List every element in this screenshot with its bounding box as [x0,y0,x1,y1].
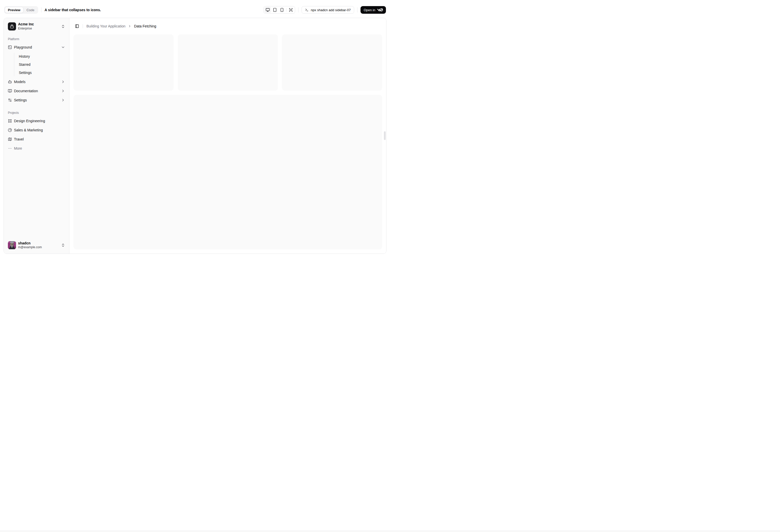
device-desktop-button[interactable] [264,7,271,13]
main-content: Building Your Application Data Fetching [69,18,386,254]
fullscreen-button[interactable] [288,7,294,13]
bot-icon [8,80,12,84]
user-name: shadcn [18,241,59,246]
sidebar-item-documentation[interactable]: Documentation [6,87,67,95]
sidebar-item-more[interactable]: More [6,144,67,152]
gallery-vertical-end-icon [10,24,14,29]
group-label: Platform [6,35,67,43]
group-label: Projects [6,109,67,117]
device-mobile-button[interactable] [279,7,285,13]
chevron-down-icon [61,45,65,49]
toolbar-separator [357,7,357,12]
sidebar-footer: shadcn m@example.com [6,239,67,252]
v0-logo-icon [377,8,383,11]
user-menu[interactable]: shadcn m@example.com [6,239,67,252]
avatar [8,241,16,249]
tablet-icon [273,8,277,12]
sidebar-toggle-button[interactable] [74,22,81,30]
command-text: npx shadcn add sidebar-07 [311,8,351,12]
placeholder-card [282,34,382,91]
team-switcher[interactable]: Acme Inc Enterprise [6,20,67,33]
breadcrumb: Building Your Application Data Fetching [87,24,156,28]
sidebar-item-models[interactable]: Models [6,78,67,86]
sidebar-item-design-engineering[interactable]: Design Engineering [6,117,67,125]
chevrons-up-down-icon [61,243,65,247]
sidebar-item-history[interactable]: History [17,53,67,60]
device-group-separator [286,8,287,12]
ellipsis-icon [8,146,12,150]
chevron-right-icon [128,24,132,28]
frame-icon [8,119,12,123]
block-preview: Acme Inc Enterprise Platform Playground … [4,18,386,254]
pie-chart-icon [8,128,12,132]
tab-code[interactable]: Code [23,7,37,13]
page-scrollbar-thumb[interactable] [384,131,386,140]
block-description: A sidebar that collapses to icons. [45,8,101,12]
map-icon [8,137,12,141]
chevron-right-icon [61,98,65,102]
chevron-right-icon [61,89,65,93]
terminal-icon [305,8,309,12]
panel-left-icon [75,24,79,28]
placeholder-panel [74,95,382,250]
chevron-right-icon [61,80,65,84]
monitor-icon [266,8,270,12]
playground-submenu: History Starred Settings [14,53,67,76]
block-toolbar: Preview Code A sidebar that collapses to… [0,0,390,18]
sidebar: Acme Inc Enterprise Platform Playground … [4,18,69,254]
square-terminal-icon [8,45,12,49]
open-in-label: Open in [363,8,375,12]
user-email: m@example.com [18,246,59,250]
content-header: Building Your Application Data Fetching [69,18,386,34]
device-tablet-button[interactable] [272,7,278,13]
content-body [69,34,386,254]
team-plan: Enterprise [18,27,59,31]
sidebar-group-projects: Projects Design Engineering Sales & Mark… [6,109,67,152]
team-logo [8,22,16,31]
placeholder-card [178,34,278,91]
smartphone-icon [280,8,284,12]
copy-command-button[interactable]: npx shadcn add sidebar-07 [301,6,354,14]
sidebar-item-settings-sub[interactable]: Settings [17,69,67,76]
sidebar-item-starred[interactable]: Starred [17,61,67,68]
tab-preview[interactable]: Preview [5,7,23,13]
placeholder-card [74,34,174,91]
sidebar-item-sales-marketing[interactable]: Sales & Marketing [6,126,67,134]
sidebar-group-platform: Platform Playground History Starred Sett… [6,35,67,104]
device-toggle-group [263,6,295,14]
view-mode-tabs: Preview Code [4,6,38,14]
sidebar-item-settings[interactable]: Settings [6,96,67,104]
breadcrumb-current: Data Fetching [134,24,156,28]
header-separator [83,24,83,28]
chevrons-up-down-icon [61,24,65,29]
open-in-v0-button[interactable]: Open in [360,6,386,14]
fullscreen-icon [289,8,293,12]
settings-icon [8,98,12,102]
book-open-icon [8,89,12,93]
team-name: Acme Inc [18,22,59,27]
sidebar-item-travel[interactable]: Travel [6,135,67,143]
breadcrumb-parent-link[interactable]: Building Your Application [87,24,125,28]
sidebar-item-playground[interactable]: Playground [6,43,67,51]
